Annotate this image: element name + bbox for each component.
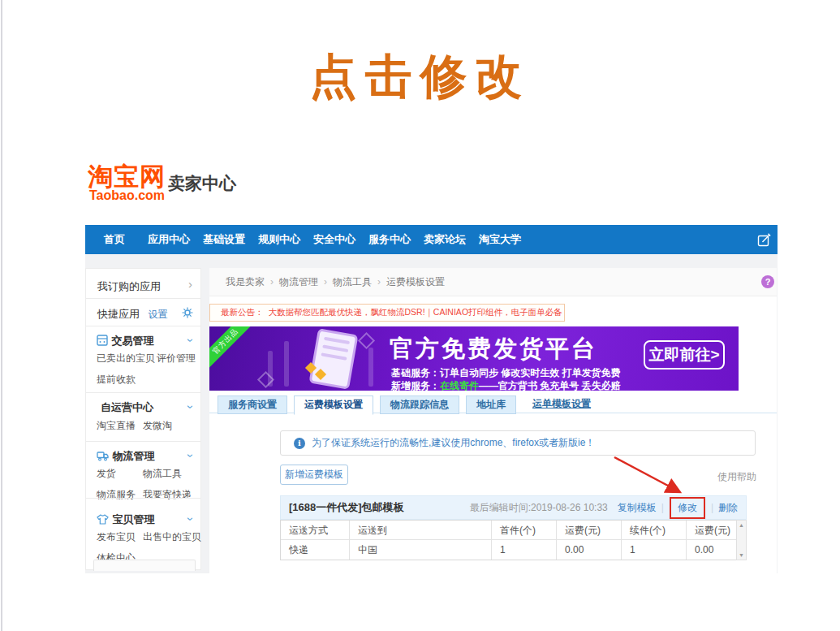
action-separator: | xyxy=(711,502,713,513)
chevron-down-icon[interactable]: › xyxy=(186,339,197,343)
col-header-add-qty: 续件(个) xyxy=(622,521,687,540)
banner-highlight: 在线寄件 xyxy=(440,380,479,391)
quick-apps-settings-link[interactable]: 设置 xyxy=(148,309,167,320)
gear-icon[interactable] xyxy=(182,307,193,318)
sidebar-link-ship[interactable]: 发货 xyxy=(97,467,143,481)
sidebar-truncated-section xyxy=(93,560,196,571)
promo-banner[interactable]: 官方出品 官方免费发货平台 基础服务：订单自动同步 修改实时生效 打单发货免费 … xyxy=(209,326,739,391)
trade-links: 已卖出的宝贝 评价管理 提前收款 xyxy=(97,352,196,387)
seller-center-label: 卖家中心 xyxy=(168,172,236,195)
scroll-up-icon[interactable]: ▲ xyxy=(739,522,744,528)
col-header-method: 运送方式 xyxy=(281,521,350,540)
sidebar-section-items[interactable]: 宝贝管理 xyxy=(97,512,154,527)
ledger-icon xyxy=(97,335,108,346)
breadcrumb-tools[interactable]: 物流工具 xyxy=(333,275,372,289)
taobao-domain[interactable]: Taobao.com xyxy=(89,188,165,203)
use-help-link[interactable]: 使用帮助 xyxy=(717,470,756,484)
nav-item-home[interactable]: 首页 xyxy=(104,232,125,247)
announcement-bar[interactable]: 最新公告： 大数据帮您匹配最优快递，飘红物流DSR!｜CAINIAO打印组件，电… xyxy=(209,304,565,322)
sidebar-item-quick-apps: 快捷应用 设置 xyxy=(97,306,167,322)
chevron-right-icon: › xyxy=(188,278,192,290)
copy-template-link[interactable]: 复制模板 xyxy=(618,501,657,515)
slide-title: 点击修改 xyxy=(0,45,840,109)
sidebar-link-publish-item[interactable]: 发布宝贝 xyxy=(97,530,143,544)
logistics-links: 发货 物流工具 物流服务 我要寄快递 xyxy=(97,467,192,502)
tshirt-icon xyxy=(97,514,109,525)
edit-icon[interactable] xyxy=(757,232,772,247)
breadcrumb: 我是卖家 › 物流管理 › 物流工具 › 运费模板设置 xyxy=(209,268,777,296)
table-cell-add-fee: 0.00 xyxy=(687,540,736,560)
col-header-first-fee: 运费(元) xyxy=(557,521,622,540)
chevron-down-icon[interactable]: › xyxy=(186,405,197,409)
self-operation-links: 淘宝直播 发微淘 xyxy=(97,419,172,433)
modify-highlight-box: 修改 xyxy=(670,497,705,519)
breadcrumb-separator: › xyxy=(270,276,274,287)
nav-item-app-center[interactable]: 应用中心 xyxy=(148,232,190,247)
sidebar-section-self-operation[interactable]: 自运营中心 xyxy=(101,400,153,415)
table-cell-first-qty: 1 xyxy=(492,540,557,560)
banner-line-basic: 基础服务：订单自动同步 修改实时生效 打单发货免费 xyxy=(391,366,621,380)
modify-link[interactable]: 修改 xyxy=(678,502,697,513)
sidebar-item-purchased-apps[interactable]: 我订购的应用 xyxy=(97,279,161,294)
top-nav: 首页 应用中心 基础设置 规则中心 安全中心 服务中心 卖家论坛 淘宝大学 xyxy=(85,225,778,254)
banner-line-new: 新增服务：在线寄件——官方背书 免充单号 丢失必赔 xyxy=(391,379,621,391)
chevron-down-icon[interactable]: › xyxy=(186,454,197,458)
tab-waybill-template[interactable]: 运单模板设置 xyxy=(523,395,601,413)
breadcrumb-separator: › xyxy=(377,276,381,287)
tab-address-book[interactable]: 地址库 xyxy=(466,395,516,414)
ribbon-badge: 官方出品 xyxy=(209,326,258,374)
table-cell-first-fee: 0.00 xyxy=(557,540,622,560)
sidebar-link-send-express[interactable]: 我要寄快递 xyxy=(143,488,192,502)
sidebar-link-items-on-sale[interactable]: 出售中的宝贝 xyxy=(143,530,201,544)
nav-item-security-center[interactable]: 安全中心 xyxy=(313,232,355,247)
action-separator: | xyxy=(661,502,664,513)
breadcrumb-logistics[interactable]: 物流管理 xyxy=(279,275,318,289)
breadcrumb-seller[interactable]: 我是卖家 xyxy=(226,275,265,289)
col-header-destination: 运送到 xyxy=(350,521,492,540)
table-scrollbar[interactable]: ▲ ▼ xyxy=(736,520,747,560)
template-edited-time: 最后编辑时间:2019-08-26 10:33 xyxy=(470,501,608,515)
freight-table: 运送方式 运送到 首件(个) 运费(元) 续件(个) 运费(元) 快递 中国 1… xyxy=(280,520,737,560)
tab-freight-template[interactable]: 运费模板设置 xyxy=(294,395,373,415)
nav-item-rules-center[interactable]: 规则中心 xyxy=(258,232,300,247)
table-cell-destination: 中国 xyxy=(350,540,492,560)
new-freight-template-button[interactable]: 新增运费模板 xyxy=(280,465,348,485)
col-header-first-qty: 首件(个) xyxy=(492,521,557,540)
nav-item-basic-settings[interactable]: 基础设置 xyxy=(203,232,245,247)
sidebar-link-logistics-tools[interactable]: 物流工具 xyxy=(143,467,192,481)
tab-tracking-info[interactable]: 物流跟踪信息 xyxy=(380,395,459,414)
nav-item-service-center[interactable]: 服务中心 xyxy=(368,232,411,247)
sidebar: 我订购的应用 › 快捷应用 设置 交易管理 › 已卖出的宝贝 评价管理 提前收款 xyxy=(85,268,201,570)
scroll-down-icon[interactable]: ▼ xyxy=(739,552,744,558)
announcement-label: 最新公告： xyxy=(221,307,264,318)
banner-title: 官方免费发货平台 xyxy=(390,333,597,365)
breadcrumb-current: 运费模板设置 xyxy=(386,275,445,289)
table-cell-method: 快递 xyxy=(281,540,350,560)
browser-notice-text: 为了保证系统运行的流畅性,建议使用chrome、firefox或者新版ie！ xyxy=(312,436,595,450)
nav-item-seller-forum[interactable]: 卖家论坛 xyxy=(424,232,466,247)
tab-carrier-settings[interactable]: 服务商设置 xyxy=(218,395,287,414)
truck-icon xyxy=(97,451,109,461)
slide-canvas: 点击修改 淘宝网 Taobao.com 卖家中心 首页 应用中心 基础设置 规则… xyxy=(0,0,840,631)
browser-notice: i 为了保证系统运行的流畅性,建议使用chrome、firefox或者新版ie！ xyxy=(280,430,756,456)
sidebar-link-weitao[interactable]: 发微淘 xyxy=(143,419,172,433)
sidebar-link-review-mgmt[interactable]: 评价管理 xyxy=(157,352,196,365)
sidebar-link-sold-items[interactable]: 已卖出的宝贝 xyxy=(97,352,157,365)
table-cell-add-qty: 1 xyxy=(622,540,687,560)
nav-item-taobao-university[interactable]: 淘宝大学 xyxy=(479,232,521,247)
template-header-row: [1688一件代发]包邮模板 最后编辑时间:2019-08-26 10:33 复… xyxy=(280,495,747,520)
sidebar-section-trade[interactable]: 交易管理 xyxy=(97,333,153,348)
chevron-down-icon[interactable]: › xyxy=(186,517,197,521)
help-icon[interactable]: ? xyxy=(761,275,774,288)
tab-bar: 服务商设置 运费模板设置 物流跟踪信息 地址库 运单模板设置 xyxy=(218,395,601,415)
sidebar-link-taobao-live[interactable]: 淘宝直播 xyxy=(97,419,143,433)
delete-link[interactable]: 删除 xyxy=(718,501,738,515)
info-icon: i xyxy=(294,438,305,449)
go-now-button[interactable]: 立即前往> xyxy=(644,340,725,370)
template-name: [1688一件代发]包邮模板 xyxy=(289,500,404,515)
sidebar-section-logistics[interactable]: 物流管理 xyxy=(97,448,154,464)
col-header-add-fee: 运费(元) xyxy=(687,521,736,540)
sidebar-link-early-payment[interactable]: 提前收款 xyxy=(97,373,157,387)
announcement-text: 大数据帮您匹配最优快递，飘红物流DSR!｜CAINIAO打印组件，电子面单必备，… xyxy=(269,307,566,318)
sidebar-link-logistics-service[interactable]: 物流服务 xyxy=(97,488,143,502)
